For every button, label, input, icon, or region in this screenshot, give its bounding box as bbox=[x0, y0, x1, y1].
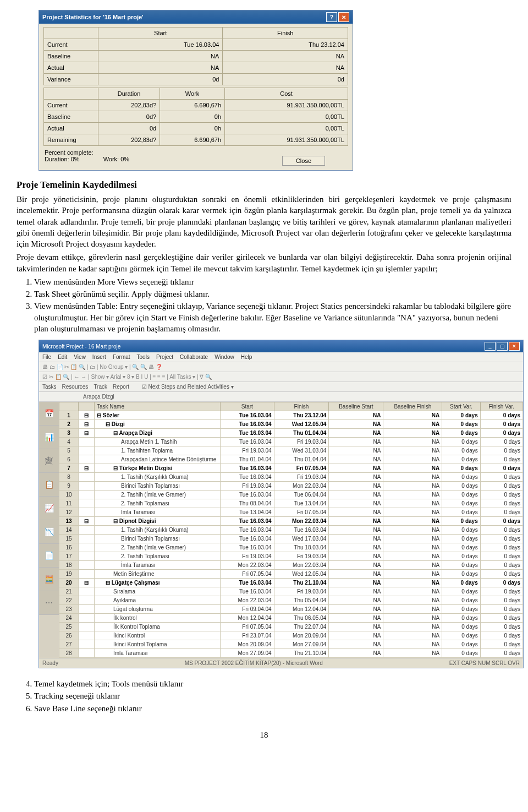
toolbar-2[interactable]: ☑ ✂ 📋 🔍 | ← → | Show ▾ Arial ▾ 8 ▾ B I U… bbox=[39, 372, 523, 382]
table-row[interactable]: 21SıralamaTue 16.03.04Fri 19.03.04NANA0 … bbox=[59, 587, 523, 596]
paragraph-1: Bir proje yöneticisinin, proje planını o… bbox=[16, 194, 512, 249]
view-bar[interactable]: 📅 📊 🕸 📋 📈 📉 📄 🧮 ⋯ bbox=[39, 402, 59, 658]
table-row[interactable]: 51. Tashihten ToplamaFri 19.03.04Wed 31.… bbox=[59, 446, 523, 455]
gantt-icon[interactable]: 📊 bbox=[39, 426, 59, 449]
tracking-gantt-icon[interactable]: 📈 bbox=[39, 497, 59, 520]
table-row[interactable]: 24İlk kontrolMon 12.04.04Thu 06.05.04NAN… bbox=[59, 614, 523, 623]
guide-tabs[interactable]: TasksResourcesTrackReport ☑ Next Steps a… bbox=[39, 382, 523, 392]
menu-bar[interactable]: FileEditViewInsertFormatToolsProjectColl… bbox=[39, 352, 523, 362]
table-row[interactable]: 2⊟⊟ DizgiTue 16.03.04Wed 12.05.04NANA0 d… bbox=[59, 420, 523, 429]
steps-list-1: View menüsünden More Views seçeneği tıkl… bbox=[34, 276, 512, 334]
calendar-icon[interactable]: 📅 bbox=[39, 402, 59, 426]
resource-sheet-icon[interactable]: 📄 bbox=[39, 544, 59, 568]
table-row[interactable]: 18İmla TaramasıMon 22.03.04Mon 22.03.04N… bbox=[59, 561, 523, 570]
table-row[interactable]: 112. Tashih ToplamasıThu 08.04.04Tue 13.… bbox=[59, 499, 523, 508]
list-item: Task Sheet görünümü seçilir. Apply düğme… bbox=[34, 288, 512, 299]
table-row[interactable]: 15Birinci Tashih ToplamasıTue 16.03.04We… bbox=[59, 535, 523, 543]
table-row[interactable]: 25İlk Kontrol ToplamaFri 07.05.04Thu 22.… bbox=[59, 623, 523, 631]
table-row[interactable]: 7⊟⊟ Türkçe Metin DizgisiTue 16.03.04Fri … bbox=[59, 464, 523, 473]
maximize-icon[interactable]: ▢ bbox=[497, 342, 508, 351]
table-row[interactable]: 26İkinci KontrolFri 23.07.04Mon 20.09.04… bbox=[59, 631, 523, 640]
table-row[interactable]: 6Arapçadan Latince Metine DönüştürmeThu … bbox=[59, 455, 523, 464]
network-icon[interactable]: 🕸 bbox=[39, 449, 59, 473]
resource-usage-icon[interactable]: 🧮 bbox=[39, 568, 59, 591]
table-row[interactable]: 81. Tashih (Karşılıklı Okuma)Tue 16.03.0… bbox=[59, 473, 523, 482]
paragraph-2: Proje devam ettikçe, görevlerin nasıl ge… bbox=[16, 252, 512, 274]
table-row[interactable]: 9Birinci Tashih ToplamasıFri 19.03.04Mon… bbox=[59, 482, 523, 491]
table-row[interactable]: 20⊟⊟ Lügatçe ÇalışmasıTue 16.03.04Thu 21… bbox=[59, 579, 523, 587]
table-row[interactable]: 13⊟⊟ Dipnot DizgisiTue 16.03.04Mon 22.03… bbox=[59, 517, 523, 526]
page-number: 18 bbox=[16, 731, 512, 740]
resource-graph-icon[interactable]: 📉 bbox=[39, 520, 59, 544]
table-row[interactable]: 141. Tashih (Karşılıklı Okuma)Tue 16.03.… bbox=[59, 526, 523, 535]
toolbar-1[interactable]: 🖶 🗂 📄 ✂ 📋 🔍 | 🗂 | No Group ▾ | 🔍 🔍 🖶 ❓ bbox=[39, 362, 523, 372]
table-row[interactable]: 28İmla TaramasıMon 27.09.04Thu 21.10.04N… bbox=[59, 649, 523, 658]
variance-table[interactable]: Task Name StartFinish Baseline StartBase… bbox=[59, 402, 523, 658]
app-title: Microsoft Project - 16 Mart proje bbox=[42, 344, 120, 350]
status-bar: Ready MS PROJECT 2002 EĞİTİM KİTAP(20) -… bbox=[39, 658, 523, 668]
table-row[interactable]: 102. Tashih (İmla ve Gramer)Tue 16.03.04… bbox=[59, 491, 523, 499]
list-item: View menüsünden Table: Entry seçeneğini … bbox=[34, 301, 512, 334]
table-row[interactable]: 27İkinci Kontrol ToplamaMon 20.09.04Mon … bbox=[59, 640, 523, 649]
start-finish-table: Start Finish CurrentTue 16.03.04Thu 23.1… bbox=[43, 27, 348, 85]
list-item: Tracking seçeneği tıklanır bbox=[34, 690, 512, 701]
table-row[interactable]: 1⊟⊟ SözlerTue 16.03.04Thu 23.12.04NANA0 … bbox=[59, 411, 523, 420]
section-heading: Proje Temelinin Kaydedilmesi bbox=[16, 179, 512, 190]
list-item: View menüsünden More Views seçeneği tıkl… bbox=[34, 276, 512, 287]
close-icon[interactable]: ✕ bbox=[509, 342, 520, 351]
more-views-icon[interactable]: ⋯ bbox=[39, 591, 59, 615]
edit-bar[interactable]: Arapça Dizgi bbox=[39, 392, 523, 402]
task-usage-icon[interactable]: 📋 bbox=[39, 473, 59, 497]
table-row[interactable]: 3⊟⊟ Arapça DizgiTue 16.03.04Thu 01.04.04… bbox=[59, 429, 523, 438]
close-button[interactable]: Close bbox=[282, 156, 325, 166]
table-row[interactable]: 12İmla TaramasıTue 13.04.04Fri 07.05.04N… bbox=[59, 508, 523, 517]
table-row[interactable]: 172. Tashih ToplamasıFri 19.03.04Fri 19.… bbox=[59, 552, 523, 561]
app-titlebar: Microsoft Project - 16 Mart proje _ ▢ ✕ bbox=[39, 340, 523, 352]
close-icon[interactable]: ✕ bbox=[338, 12, 349, 22]
dialog-title: Project Statistics for '16 Mart proje' bbox=[42, 14, 144, 20]
list-item: Save Base Line seçeneği tıklanır bbox=[34, 703, 512, 714]
table-row[interactable]: 22AyıklamaMon 22.03.04Thu 05.04.04NANA0 … bbox=[59, 596, 523, 605]
ms-project-window: Microsoft Project - 16 Mart proje _ ▢ ✕ … bbox=[38, 340, 524, 668]
percent-complete-row: Percent complete: Duration: 0% Work: 0% … bbox=[43, 146, 348, 166]
table-row[interactable]: 162. Tashih (İmla ve Gramer)Tue 16.03.04… bbox=[59, 543, 523, 552]
minimize-icon[interactable]: _ bbox=[485, 342, 496, 351]
list-item: Temel kaydetmek için; Tools menüsü tıkla… bbox=[34, 678, 512, 689]
duration-work-cost-table: Duration Work Cost Current202,83d?6.690,… bbox=[43, 88, 348, 146]
table-row[interactable]: 23Lügat oluşturmaFri 09.04.04Mon 12.04.0… bbox=[59, 605, 523, 614]
help-icon[interactable]: ? bbox=[326, 12, 337, 22]
table-row[interactable]: 4Arapça Metin 1. TashihTue 16.03.04Fri 1… bbox=[59, 438, 523, 446]
dialog-titlebar: Project Statistics for '16 Mart proje' ?… bbox=[39, 10, 353, 24]
steps-list-2: Temel kaydetmek için; Tools menüsü tıkla… bbox=[34, 678, 512, 714]
project-statistics-dialog: Project Statistics for '16 Mart proje' ?… bbox=[38, 10, 353, 171]
table-row[interactable]: 19Metin BirleştirmeFri 07.05.04Wed 12.05… bbox=[59, 570, 523, 579]
